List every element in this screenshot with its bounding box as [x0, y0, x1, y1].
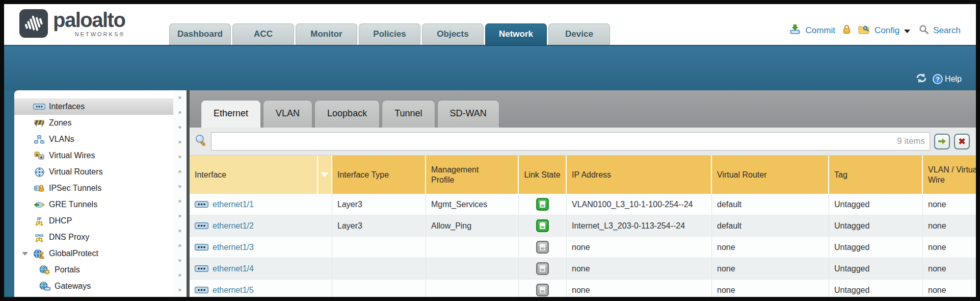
tab-acc[interactable]: ACC: [232, 23, 294, 45]
cell-link-state: [519, 215, 567, 237]
subtab-tunnel[interactable]: Tunnel: [382, 100, 435, 128]
filter-magnifier-icon: [195, 134, 207, 149]
config-button[interactable]: Config: [875, 26, 899, 36]
column-sort-menu[interactable]: [318, 156, 332, 194]
clear-x-icon: ✖: [958, 137, 965, 146]
subtab-loopback[interactable]: Loopback: [314, 100, 380, 128]
sidebar-item-globalprotect[interactable]: GlobalProtect: [14, 245, 173, 262]
cell-tag: Untagged: [829, 215, 923, 237]
sidebar-item-vlans[interactable]: VLANs: [14, 131, 173, 147]
commit-button[interactable]: Commit: [805, 26, 835, 36]
link-state-icon-down: [536, 262, 549, 275]
sidebar-item-virtual-routers[interactable]: Virtual Routers: [14, 164, 173, 180]
virtual-routers-icon: [33, 167, 45, 177]
table-row: ethernet1/3 none none Untagged none: [190, 237, 976, 258]
cell-interface: ethernet1/4: [190, 258, 332, 280]
sidebar-item-interfaces[interactable]: Interfaces: [14, 98, 173, 115]
tab-network[interactable]: Network: [485, 23, 547, 45]
sidebar-item-ipsec-tunnels[interactable]: IPSec Tunnels: [14, 180, 173, 196]
apply-filter-button[interactable]: [934, 134, 950, 149]
refresh-icon[interactable]: [915, 73, 928, 85]
interface-link[interactable]: ethernet1/3: [213, 243, 254, 252]
help-link[interactable]: Help: [945, 74, 962, 84]
search-button[interactable]: Search: [933, 26, 961, 36]
sidebar-item-portals[interactable]: Portals: [14, 262, 173, 278]
sidebar-nav: Interfaces Zones VLANs: [14, 90, 173, 297]
tab-policies[interactable]: Policies: [359, 23, 420, 45]
interface-link[interactable]: ethernet1/5: [213, 286, 254, 295]
interface-link[interactable]: ethernet1/1: [213, 200, 254, 209]
secondary-toolbar: ? Help: [4, 45, 976, 90]
column-header-interface[interactable]: Interface: [190, 156, 318, 194]
sidebar-item-dhcp[interactable]: IP DHCP: [14, 213, 173, 229]
zones-icon: [33, 119, 45, 127]
link-state-icon-down: [536, 284, 549, 296]
sidebar-item-virtual-wires[interactable]: Virtual Wires: [14, 147, 173, 164]
table-row: ethernet1/2 Layer3 Allow_Ping Internet_L…: [190, 215, 976, 237]
clear-filter-button[interactable]: ✖: [954, 134, 970, 149]
interface-link[interactable]: ethernet1/2: [213, 221, 254, 231]
cell-link-state: [519, 194, 567, 215]
logo-sub: NETWORKS®: [53, 31, 125, 37]
logo-wave-bars: [23, 13, 44, 34]
column-header-virtual-router[interactable]: Virtual Router: [712, 156, 829, 194]
svg-text:DNS: DNS: [35, 233, 43, 238]
column-header-link-state[interactable]: Link State: [519, 156, 567, 194]
link-state-icon-up: [536, 219, 549, 232]
cell-tag: Untagged: [829, 194, 923, 215]
main-area: Interfaces Zones VLANs: [4, 90, 976, 297]
subtab-sdwan[interactable]: SD-WAN: [437, 100, 499, 128]
tab-objects[interactable]: Objects: [422, 23, 484, 45]
lock-icon[interactable]: [843, 24, 851, 37]
sidebar-item-dns-proxy[interactable]: DNS DNS Proxy: [14, 229, 173, 245]
interface-type-tabs: Ethernet VLAN Loopback Tunnel SD-WAN: [190, 90, 976, 128]
sidebar-splitter[interactable]: [173, 90, 187, 297]
sidebar-item-label: Virtual Routers: [49, 167, 103, 177]
tab-monitor[interactable]: Monitor: [296, 23, 357, 45]
sidebar-item-gre-tunnels[interactable]: GRE Tunnels: [14, 196, 173, 213]
sidebar-item-zones[interactable]: Zones: [14, 115, 173, 131]
content-panel: Ethernet VLAN Loopback Tunnel SD-WAN 9 i…: [190, 90, 976, 297]
app-window: paloalto NETWORKS® Dashboard ACC Monitor…: [0, 0, 980, 301]
help-icon[interactable]: ?: [933, 74, 943, 84]
header-utilities: Commit Config: [789, 19, 961, 42]
sidebar-item-label: DHCP: [49, 216, 72, 225]
dhcp-icon: IP: [33, 216, 45, 226]
config-caret-icon[interactable]: [904, 30, 910, 33]
paloalto-logo-icon: [19, 9, 48, 38]
gateways-icon: [39, 282, 51, 291]
globalprotect-icon: [33, 249, 45, 259]
table-header-row: Interface Interface Type Management Prof…: [190, 156, 976, 194]
tab-device[interactable]: Device: [548, 23, 610, 45]
cell-vlan-wire: none: [923, 280, 976, 297]
column-header-ip-address[interactable]: IP Address: [567, 156, 712, 194]
cell-interface: ethernet1/5: [190, 280, 332, 297]
expander-icon[interactable]: [22, 252, 28, 256]
column-header-management-profile[interactable]: Management Profile: [426, 156, 519, 194]
search-icon[interactable]: [919, 24, 929, 37]
cell-vlan-wire: none: [923, 215, 976, 237]
commit-icon[interactable]: [789, 24, 801, 37]
cell-management-profile: Mgmt_Services: [426, 194, 519, 215]
tab-dashboard[interactable]: Dashboard: [169, 23, 231, 45]
sidebar-item-gateways[interactable]: Gateways: [14, 278, 173, 294]
sidebar-item-label: Virtual Wires: [49, 151, 95, 160]
subtab-ethernet[interactable]: Ethernet: [201, 100, 261, 128]
column-header-tag[interactable]: Tag: [829, 156, 923, 194]
filter-input[interactable]: [211, 132, 930, 150]
subtab-vlan[interactable]: VLAN: [263, 100, 312, 128]
interface-icon: [195, 265, 208, 272]
config-icon[interactable]: [858, 24, 870, 37]
vlans-icon: [33, 135, 45, 144]
cell-ip-address: none: [567, 258, 712, 280]
cell-virtual-router: default: [712, 215, 829, 237]
virtual-wires-icon: [33, 152, 45, 160]
column-header-interface-type[interactable]: Interface Type: [332, 156, 426, 194]
column-header-vlan-wire[interactable]: VLAN / Virtual Wire: [923, 156, 976, 194]
cell-vlan-wire: none: [923, 194, 976, 215]
link-state-icon-down: [536, 241, 549, 254]
logo-brand: paloalto: [53, 10, 125, 30]
interface-link[interactable]: ethernet1/4: [213, 264, 254, 273]
table-row: ethernet1/1 Layer3 Mgmt_Services VLAN010…: [190, 194, 976, 215]
gre-tunnels-icon: [33, 201, 45, 209]
